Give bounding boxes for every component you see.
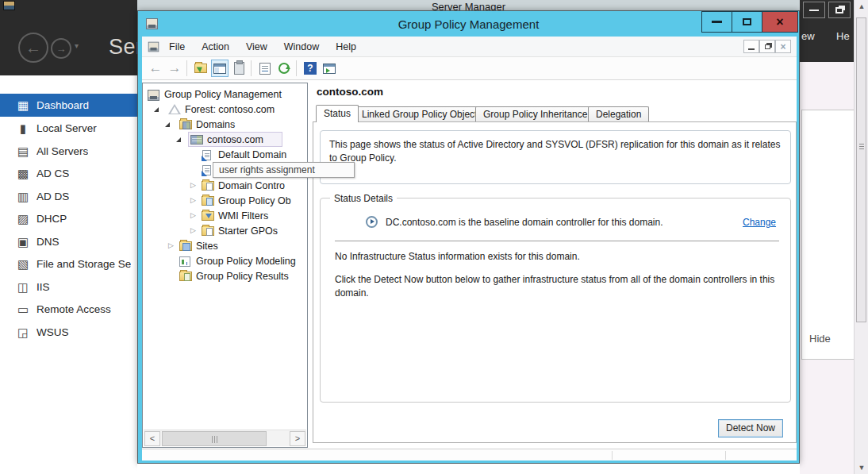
tree-item-forest[interactable]: Forest: contoso.com (143, 102, 308, 118)
scrollbar-thumb[interactable] (856, 17, 866, 322)
forward-arrow-button[interactable]: → (51, 38, 71, 59)
sidebar-item-ad-ds[interactable]: ▥AD DS (0, 185, 137, 208)
description-text: This page shows the status of Active Dir… (329, 138, 785, 166)
toolbar-export-list-button[interactable] (192, 60, 209, 77)
gpm-window-icon (146, 18, 158, 29)
sidebar-item-file-storage[interactable]: ▧File and Storage Se (0, 252, 137, 276)
server-manager-title: Server Manager (432, 1, 505, 10)
ad-cs-icon: ▩ (15, 167, 31, 181)
sidebar-item-remote-access[interactable]: ▭Remote Access (0, 298, 137, 321)
sidebar-item-dashboard[interactable]: ▦Dashboard (0, 94, 137, 117)
local-server-icon: ▮ (15, 121, 31, 136)
vertical-scrollbar[interactable]: ▲ ▼ (854, 0, 868, 474)
tree-item-sites[interactable]: ▷Sites (143, 239, 308, 254)
sidebar-item-local-server[interactable]: ▮Local Server (0, 117, 137, 140)
tree-item-default-domain-policy[interactable]: Default Domain (143, 148, 308, 163)
child-restore-button[interactable] (759, 40, 775, 53)
domain-icon (190, 135, 203, 145)
detect-now-button[interactable]: Detect Now (718, 419, 783, 437)
tree-item-starter-gpos[interactable]: ▷Starter GPOs (143, 224, 308, 239)
gpm-toolbar: ← → ? (142, 57, 797, 80)
menu-help[interactable]: Help (336, 41, 356, 52)
scroll-up-icon[interactable]: ▲ (855, 2, 868, 10)
scroll-left-icon[interactable]: < (144, 431, 160, 446)
tree-item-contoso-domain[interactable]: contoso.com (143, 133, 308, 148)
toolbar-forward-button[interactable]: → (166, 60, 183, 77)
menu-file[interactable]: File (169, 41, 185, 52)
expand-circle-icon[interactable] (366, 216, 378, 228)
sidebar-item-wsus[interactable]: ◲WSUS (0, 321, 137, 344)
toolbar-refresh-button[interactable] (275, 60, 293, 77)
menu-action[interactable]: Action (202, 41, 229, 52)
tree-item-domains[interactable]: Domains (143, 118, 308, 133)
gpm-window: Group Policy Management × File Action Vi… (137, 10, 800, 464)
change-link[interactable]: Change (743, 217, 776, 228)
child-minimize-button[interactable] (743, 40, 759, 53)
collapsed-icon[interactable]: ▷ (190, 181, 196, 189)
collapsed-icon[interactable]: ▷ (190, 211, 196, 219)
toolbar-properties-button[interactable] (256, 60, 274, 77)
toolbar-new-window-button[interactable] (321, 60, 338, 77)
tree-item-domain-controllers[interactable]: ▷Domain Contro (143, 179, 308, 194)
tree-item-gp-results[interactable]: Group Policy Results (143, 269, 308, 284)
divider (335, 241, 779, 241)
gpm-console-icon (148, 41, 159, 52)
child-close-button[interactable]: × (775, 40, 791, 53)
menu-view[interactable]: View (246, 41, 267, 52)
scroll-down-icon[interactable]: ▼ (855, 464, 868, 472)
expanded-icon[interactable] (154, 107, 159, 112)
folder-arrow-icon (194, 64, 207, 73)
sidebar-item-all-servers[interactable]: ▤All Servers (0, 140, 137, 163)
statusbar-separator (612, 451, 613, 460)
sidebar-item-dns[interactable]: ▣DNS (0, 230, 137, 253)
hide-link[interactable]: Hide (809, 333, 831, 345)
tree-horizontal-scrollbar[interactable]: < > (144, 430, 306, 446)
tree-item-gpm-root[interactable]: Group Policy Management (143, 87, 308, 102)
menu-window[interactable]: Window (284, 41, 319, 52)
results-folder-icon (179, 272, 192, 281)
sites-folder-icon (179, 241, 192, 251)
tree-item-group-policy-objects[interactable]: ▷Group Policy Ob (143, 194, 308, 209)
collapsed-icon[interactable]: ▷ (190, 196, 196, 204)
back-arrow-button[interactable]: ← (18, 33, 48, 63)
restore-icon (765, 44, 770, 49)
status-details-groupbox: Status Details DC.contoso.com is the bas… (320, 198, 791, 403)
expanded-icon[interactable] (176, 137, 181, 142)
gpm-maximize-button[interactable] (732, 11, 762, 33)
toolbar-back-button[interactable]: ← (147, 60, 164, 77)
minimize-icon (748, 48, 755, 50)
collapsed-icon[interactable]: ▷ (190, 226, 196, 234)
window-restore-button[interactable] (828, 2, 851, 18)
hscrollbar-thumb[interactable] (162, 431, 267, 446)
tab-gp-inheritance[interactable]: Group Policy Inheritance (475, 106, 595, 122)
window-minimize-button[interactable] (803, 2, 825, 18)
toolbar-console-tree-toggle[interactable] (211, 60, 229, 77)
minimize-icon (809, 10, 819, 11)
gpo-icon (202, 165, 211, 175)
gpm-minimize-button[interactable] (701, 11, 732, 33)
toolbar-paste-button[interactable] (230, 60, 248, 77)
gpm-titlebar[interactable]: Group Policy Management × (138, 11, 799, 37)
tab-delegation[interactable]: Delegation (588, 106, 649, 122)
toolbar-help-button[interactable]: ? (301, 60, 319, 77)
wsus-icon: ◲ (15, 326, 31, 340)
collapsed-icon[interactable]: ▷ (168, 241, 174, 249)
domains-folder-icon (179, 120, 192, 129)
domain-heading: contoso.com (317, 86, 383, 98)
tree-item-wmi-filters[interactable]: ▷WMI Filters (143, 209, 308, 224)
status-tab-page: This page shows the status of Active Dir… (313, 121, 797, 443)
sidebar-item-iis[interactable]: ◫IIS (0, 276, 137, 299)
sidebar-item-dhcp[interactable]: ▨DHCP (0, 207, 137, 230)
tab-linked-gpos[interactable]: Linked Group Policy Objects (354, 106, 490, 122)
server-manager-topright-bar: ew He (800, 0, 854, 62)
view-menu-fragment[interactable]: ew (801, 30, 815, 42)
scroll-right-icon[interactable]: > (290, 431, 305, 446)
tree-item-gp-modeling[interactable]: Group Policy Modeling (143, 254, 308, 269)
gpm-close-button[interactable]: × (762, 11, 798, 33)
sidebar-item-ad-cs[interactable]: ▩AD CS (0, 162, 137, 185)
help-menu-fragment[interactable]: He (836, 30, 850, 42)
tab-status[interactable]: Status (316, 105, 359, 122)
nav-dropdown-icon[interactable]: ▾ (75, 41, 79, 50)
expanded-icon[interactable] (165, 122, 170, 127)
clipboard-icon (234, 62, 244, 75)
